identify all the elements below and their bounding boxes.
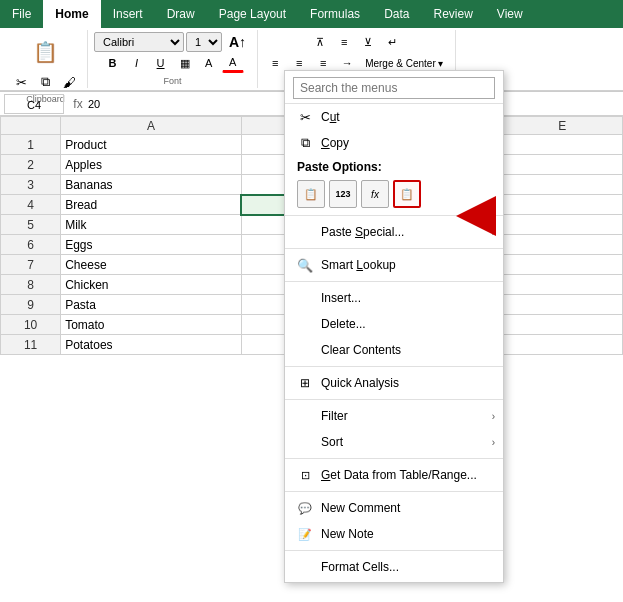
menu-search-input[interactable] xyxy=(293,77,495,99)
ctx-smart-lookup[interactable]: 🔍 Smart Lookup xyxy=(285,252,503,278)
fill-color-button[interactable]: A xyxy=(198,53,220,73)
sep8 xyxy=(285,550,503,551)
tab-draw[interactable]: Draw xyxy=(155,0,207,28)
align-bottom-button[interactable]: ⊻ xyxy=(357,32,379,52)
row-header-8[interactable]: 8 xyxy=(1,275,61,295)
cell-7-a[interactable]: Cheese xyxy=(61,255,242,275)
cell-4-e[interactable] xyxy=(502,195,622,215)
tab-data[interactable]: Data xyxy=(372,0,421,28)
row-header-6[interactable]: 6 xyxy=(1,235,61,255)
paste-btn-linked[interactable]: 📋 xyxy=(393,180,421,208)
row-header-3[interactable]: 3 xyxy=(1,175,61,195)
ctx-sort[interactable]: Sort › xyxy=(285,429,503,455)
copy-icon: ⧉ xyxy=(297,135,313,151)
cell-2-e[interactable] xyxy=(502,155,622,175)
copy-button[interactable]: ⧉ xyxy=(34,72,56,92)
cell-8-e[interactable] xyxy=(502,275,622,295)
get-data-icon: ⊡ xyxy=(297,467,313,483)
cell-7-e[interactable] xyxy=(502,255,622,275)
cell-1-a[interactable]: Product xyxy=(61,135,242,155)
cell-5-a[interactable]: Milk xyxy=(61,215,242,235)
sep7 xyxy=(285,491,503,492)
ctx-filter[interactable]: Filter › xyxy=(285,403,503,429)
ctx-delete[interactable]: Delete... xyxy=(285,311,503,337)
underline-button[interactable]: U xyxy=(150,53,172,73)
paste-btn-1[interactable]: 📋 xyxy=(297,180,325,208)
tab-file[interactable]: File xyxy=(0,0,43,28)
cell-5-e[interactable] xyxy=(502,215,622,235)
font-family-select[interactable]: Calibri xyxy=(94,32,184,52)
clipboard-group: 📋 ✂ ⧉ 🖌 Clipboard xyxy=(4,30,88,88)
cell-9-a[interactable]: Pasta xyxy=(61,295,242,315)
cell-reference-box[interactable]: C4 xyxy=(4,94,64,114)
tab-insert[interactable]: Insert xyxy=(101,0,155,28)
ctx-new-note[interactable]: 📝 New Note xyxy=(285,521,503,547)
col-header-e[interactable]: E xyxy=(502,117,622,135)
cell-9-e[interactable] xyxy=(502,295,622,315)
row-header-10[interactable]: 10 xyxy=(1,315,61,335)
sep6 xyxy=(285,458,503,459)
paste-btn-values[interactable]: 123 xyxy=(329,180,357,208)
cell-6-a[interactable]: Eggs xyxy=(61,235,242,255)
increase-font-button[interactable]: A↑ xyxy=(224,32,251,52)
cut-button[interactable]: ✂ xyxy=(10,72,32,92)
ctx-get-data[interactable]: ⊡ Get Data from Table/Range... xyxy=(285,462,503,488)
ctx-quick-analysis[interactable]: ⊞ Quick Analysis xyxy=(285,370,503,396)
italic-button[interactable]: I xyxy=(126,53,148,73)
formula-separator: fx xyxy=(68,97,88,111)
row-header-4[interactable]: 4 xyxy=(1,195,61,215)
ctx-format-cells[interactable]: Format Cells... xyxy=(285,554,503,580)
ctx-get-data-label: Get Data from Table/Range... xyxy=(321,468,477,482)
tab-home[interactable]: Home xyxy=(43,0,100,28)
font-color-button[interactable]: A xyxy=(222,53,244,73)
ctx-cut[interactable]: ✂ Cut xyxy=(285,104,503,130)
paste-btn-formula[interactable]: fx xyxy=(361,180,389,208)
tab-page-layout[interactable]: Page Layout xyxy=(207,0,298,28)
col-header-a[interactable]: A xyxy=(61,117,242,135)
paste-special-arrow: › xyxy=(492,227,495,238)
cell-3-e[interactable] xyxy=(502,175,622,195)
align-middle-button[interactable]: ≡ xyxy=(333,32,355,52)
cell-4-a[interactable]: Bread xyxy=(61,195,242,215)
delete-icon xyxy=(297,316,313,332)
ctx-clear-contents-label: Clear Contents xyxy=(321,343,401,357)
ctx-quick-analysis-label: Quick Analysis xyxy=(321,376,399,390)
font-size-select[interactable]: 11 xyxy=(186,32,222,52)
paste-special-icon xyxy=(297,224,313,240)
cell-10-a[interactable]: Tomato xyxy=(61,315,242,335)
tab-view[interactable]: View xyxy=(485,0,535,28)
ctx-new-comment[interactable]: 💬 New Comment xyxy=(285,495,503,521)
ctx-clear-contents[interactable]: Clear Contents xyxy=(285,337,503,363)
sep5 xyxy=(285,399,503,400)
row-header-9[interactable]: 9 xyxy=(1,295,61,315)
align-left-button[interactable]: ≡ xyxy=(264,53,286,73)
bold-button[interactable]: B xyxy=(102,53,124,73)
cell-3-a[interactable]: Bananas xyxy=(61,175,242,195)
tab-formulas[interactable]: Formulas xyxy=(298,0,372,28)
cell-11-a[interactable]: Potatoes xyxy=(61,335,242,355)
row-header-1[interactable]: 1 xyxy=(1,135,61,155)
cell-10-e[interactable] xyxy=(502,315,622,335)
paste-icons-row: 📋 123 fx 📋 xyxy=(285,176,503,212)
cut-icon: ✂ xyxy=(297,109,313,125)
ctx-copy[interactable]: ⧉ Copy xyxy=(285,130,503,156)
border-button[interactable]: ▦ xyxy=(174,53,196,73)
row-header-5[interactable]: 5 xyxy=(1,215,61,235)
clear-contents-icon xyxy=(297,342,313,358)
cell-2-a[interactable]: Apples xyxy=(61,155,242,175)
ctx-insert[interactable]: Insert... xyxy=(285,285,503,311)
tab-review[interactable]: Review xyxy=(421,0,484,28)
wrap-text-button[interactable]: ↵ xyxy=(381,32,403,52)
row-header-2[interactable]: 2 xyxy=(1,155,61,175)
align-top-button[interactable]: ⊼ xyxy=(309,32,331,52)
cell-11-e[interactable] xyxy=(502,335,622,355)
cell-1-e[interactable] xyxy=(502,135,622,155)
cell-8-a[interactable]: Chicken xyxy=(61,275,242,295)
paste-button[interactable]: 📋 xyxy=(28,32,63,72)
cell-6-e[interactable] xyxy=(502,235,622,255)
row-header-7[interactable]: 7 xyxy=(1,255,61,275)
row-header-11[interactable]: 11 xyxy=(1,335,61,355)
ctx-paste-special[interactable]: Paste Special... › xyxy=(285,219,503,245)
font-label: Font xyxy=(164,76,182,86)
format-painter-button[interactable]: 🖌 xyxy=(58,72,81,92)
